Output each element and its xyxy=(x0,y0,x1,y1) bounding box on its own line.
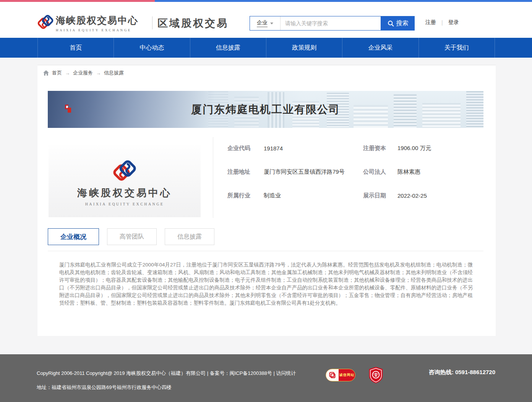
content-panel: 首页 → 企业服务 → 信息披露 厦门东炜庭电机工业有限公司 xyxy=(37,65,496,336)
shield-badge-icon[interactable] xyxy=(368,366,384,384)
footer-badges: 诚信网站 xyxy=(326,366,384,384)
chevron-down-icon xyxy=(270,23,273,24)
breadcrumb: 首页 → 企业服务 → 信息披露 xyxy=(43,69,124,76)
tab-executive-team[interactable]: 高管团队 xyxy=(107,228,157,245)
breadcrumb-enterprise-service[interactable]: 企业服务 xyxy=(73,69,93,76)
login-link[interactable]: 登录 xyxy=(448,19,459,26)
search-category-label: 企业 xyxy=(257,19,268,27)
tabs-divider-line xyxy=(48,251,483,251)
credibility-badge-label: 诚信网站 xyxy=(339,369,355,381)
field-label-display-date: 展示日期 xyxy=(363,192,397,199)
search-button-label: 搜索 xyxy=(396,19,409,27)
footer: CopyRight 2006-2011 Copyright@ 2019 海峡股权… xyxy=(0,354,532,402)
register-link[interactable]: 注册 xyxy=(425,19,436,26)
nav-item-policy-rules[interactable]: 政策规则 xyxy=(266,38,342,58)
breadcrumb-home[interactable]: 首页 xyxy=(52,69,62,76)
search-bar: 企业 搜索 xyxy=(250,16,415,31)
company-info-table: 企业代码 191874 注册资本 1906.00 万元 注册地址 厦门市同安区五… xyxy=(227,136,487,207)
tabs: 企业概况 高管团队 信息披露 xyxy=(48,228,214,245)
footer-address: 地址：福建省福州市温泉公园路69号福州市行政服务中心四楼 xyxy=(37,384,171,391)
company-logo-title: 海峡股权交易中心 xyxy=(77,186,172,200)
field-value-registered-address: 厦门市同安区五显镇西洋路79号 xyxy=(264,167,347,176)
footer-copyright: CopyRight 2006-2011 Copyright@ 2019 海峡股权… xyxy=(37,370,296,377)
field-value-legal-person: 陈林素惠 xyxy=(397,168,487,176)
main-nav-items: 首页 中心动态 信息披露 政策规则 企业风采 关于我们 xyxy=(37,38,495,58)
credibility-badge[interactable]: 诚信网站 xyxy=(326,369,355,381)
info-divider xyxy=(213,137,213,218)
auth-links: 注册 | 登录 xyxy=(425,19,459,26)
company-logo-box: 海峡股权交易中心 HAIXIA EQUITY EXCHANGE xyxy=(49,145,201,217)
field-label-registered-address: 注册地址 xyxy=(227,168,264,176)
field-label-legal-person: 公司法人 xyxy=(363,168,397,176)
company-logo-icon xyxy=(110,157,139,184)
field-label-registered-capital: 注册资本 xyxy=(363,145,397,152)
nav-item-info-disclosure[interactable]: 信息披露 xyxy=(190,38,266,58)
nav-item-about-us[interactable]: 关于我们 xyxy=(418,38,495,58)
search-input[interactable] xyxy=(281,16,381,30)
brand-text: 海峡股权交易中心 HAIXIA EQUITY EXCHANGE xyxy=(56,14,138,32)
search-box: 企业 xyxy=(250,16,381,31)
breadcrumb-info-disclosure[interactable]: 信息披露 xyxy=(104,69,124,76)
home-icon xyxy=(43,70,49,76)
site-section-title: 区域股权交易 xyxy=(157,16,229,30)
brand-subtitle: HAIXIA EQUITY EXCHANGE xyxy=(56,28,138,32)
field-label-industry: 所属行业 xyxy=(227,192,264,199)
field-value-company-code: 191874 xyxy=(264,145,363,152)
nav-item-home[interactable]: 首页 xyxy=(37,38,114,58)
company-banner: 厦门东炜庭电机工业有限公司 xyxy=(48,91,483,128)
tab-info-disclosure[interactable]: 信息披露 xyxy=(165,228,214,245)
company-name-title: 厦门东炜庭电机工业有限公司 xyxy=(48,102,483,117)
footer-hotline: 咨询热线: 0591-88612720 xyxy=(429,369,495,376)
search-category-dropdown[interactable]: 企业 xyxy=(250,16,281,30)
company-profile-text: 厦门东炜庭电机工业有限公司成立于2000年04月27日，注册地位于厦门市同安区五… xyxy=(59,261,473,307)
brand-title: 海峡股权交易中心 xyxy=(56,14,138,27)
search-icon xyxy=(388,20,394,27)
field-value-industry: 制造业 xyxy=(264,192,363,199)
main-nav: 首页 中心动态 信息披露 政策规则 企业风采 关于我们 xyxy=(0,38,532,58)
nav-item-center-news[interactable]: 中心动态 xyxy=(114,38,190,58)
field-value-display-date: 2022-02-25 xyxy=(397,192,487,199)
breadcrumb-separator: → xyxy=(65,70,70,76)
company-logo-subtitle: HAIXIA EQUITY EXCHANGE xyxy=(85,202,164,206)
search-button[interactable]: 搜索 xyxy=(381,16,415,31)
breadcrumb-separator: → xyxy=(96,70,101,76)
field-value-registered-capital: 1906.00 万元 xyxy=(397,145,487,152)
brand-divider xyxy=(152,16,152,29)
credibility-badge-icon xyxy=(328,371,336,379)
tab-company-overview[interactable]: 企业概况 xyxy=(48,228,99,245)
header: 海峡股权交易中心 HAIXIA EQUITY EXCHANGE 区域股权交易 企… xyxy=(0,2,532,38)
field-label-company-code: 企业代码 xyxy=(227,145,264,152)
auth-divider: | xyxy=(441,19,443,26)
nav-item-enterprise-showcase[interactable]: 企业风采 xyxy=(342,38,418,58)
brand-logo-icon xyxy=(36,12,55,32)
